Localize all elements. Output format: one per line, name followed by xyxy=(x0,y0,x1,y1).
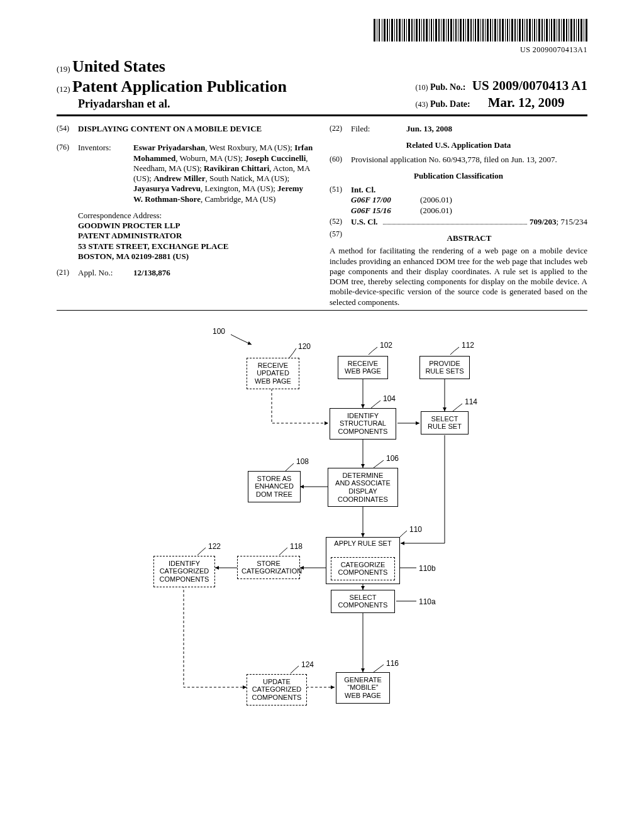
filed-date: Jun. 13, 2008 xyxy=(406,124,587,134)
box-124: UPDATECATEGORIZEDCOMPONENTS xyxy=(247,674,307,706)
svg-rect-38 xyxy=(467,19,469,42)
svg-rect-20 xyxy=(423,19,425,42)
svg-rect-49 xyxy=(494,19,496,42)
flowchart-figure: 100 RECEIVEUPDATEDWEB PAGE 120 RECEIVEWE… xyxy=(146,323,498,738)
svg-rect-4 xyxy=(384,19,386,42)
uscl-label: U.S. Cl. xyxy=(351,217,378,227)
box-110a: SELECTCOMPONENTS xyxy=(331,590,395,613)
pub-date: Mar. 12, 2009 xyxy=(488,95,565,110)
svg-rect-70 xyxy=(546,19,548,42)
svg-rect-44 xyxy=(482,19,484,42)
code-52: (52) xyxy=(330,217,351,227)
box-106: DETERMINEAND ASSOCIATEDISPLAYCOORDINATES xyxy=(328,468,398,507)
svg-rect-55 xyxy=(509,19,510,42)
svg-rect-8 xyxy=(394,19,395,42)
svg-rect-3 xyxy=(382,19,382,42)
abstract-label: ABSTRACT xyxy=(351,233,587,243)
box-108-text: STORE ASENHANCEDDOM TREE xyxy=(255,475,294,498)
ref-110b: 110b xyxy=(419,564,436,573)
svg-rect-78 xyxy=(566,19,567,42)
invention-title: DISPLAYING CONTENT ON A MOBILE DEVICE xyxy=(78,124,314,134)
rule-thin xyxy=(57,310,587,311)
box-114-text: SELECTRULE SET xyxy=(428,415,462,431)
ref-104: 104 xyxy=(383,394,396,403)
svg-rect-58 xyxy=(517,19,518,42)
svg-rect-65 xyxy=(534,19,535,42)
svg-rect-34 xyxy=(458,19,458,42)
code-60: (60) xyxy=(330,155,351,165)
svg-rect-86 xyxy=(586,19,587,42)
svg-rect-56 xyxy=(511,19,513,42)
svg-rect-42 xyxy=(477,19,479,42)
box-104: IDENTIFYSTRUCTURALCOMPONENTS xyxy=(330,408,396,440)
svg-rect-79 xyxy=(569,19,569,42)
related-data-heading: Related U.S. Application Data xyxy=(330,140,587,150)
box-114: SELECTRULE SET xyxy=(421,411,469,434)
svg-rect-57 xyxy=(514,19,516,42)
svg-rect-11 xyxy=(402,19,402,42)
ref-110a: 110a xyxy=(419,597,436,606)
country: United States xyxy=(72,57,165,75)
svg-rect-54 xyxy=(507,19,508,42)
ref-110: 110 xyxy=(409,525,422,534)
svg-rect-18 xyxy=(419,19,420,42)
pub-no: US 2009/0070413 A1 xyxy=(472,78,587,93)
svg-rect-82 xyxy=(576,19,577,42)
publication-header: (19) United States (12) Patent Applicati… xyxy=(57,57,587,111)
svg-rect-73 xyxy=(553,19,555,42)
svg-rect-24 xyxy=(433,19,434,42)
flowchart-connectors xyxy=(146,323,498,738)
ipc-code: G06F 15/16 xyxy=(351,206,420,216)
svg-rect-2 xyxy=(379,19,380,42)
barcode-block: US 20090070413A1 xyxy=(57,19,587,55)
code-57: (57) xyxy=(330,230,351,243)
svg-rect-76 xyxy=(561,19,562,42)
box-124-text: UPDATECATEGORIZEDCOMPONENTS xyxy=(252,678,302,701)
ref-108: 108 xyxy=(296,457,309,466)
svg-rect-69 xyxy=(544,19,545,42)
ref-112: 112 xyxy=(462,341,474,350)
ref-118: 118 xyxy=(290,542,303,551)
box-116-text: GENERATE“MOBILE”WEB PAGE xyxy=(344,676,382,699)
code-43: (43) xyxy=(415,100,428,109)
svg-rect-52 xyxy=(502,19,504,42)
ipc-code: G06F 17/00 xyxy=(351,195,420,205)
svg-rect-64 xyxy=(532,19,533,42)
svg-rect-30 xyxy=(448,19,449,42)
svg-rect-23 xyxy=(431,19,432,42)
ref-120: 120 xyxy=(298,342,311,351)
ref-116: 116 xyxy=(386,659,399,668)
svg-rect-41 xyxy=(475,19,476,42)
svg-rect-6 xyxy=(389,19,390,42)
barcode-text: US 20090070413A1 xyxy=(57,45,587,55)
svg-rect-32 xyxy=(453,19,454,42)
svg-rect-12 xyxy=(404,19,405,42)
box-104-text: IDENTIFYSTRUCTURALCOMPONENTS xyxy=(338,412,388,435)
box-102-text: RECEIVEWEB PAGE xyxy=(345,360,381,375)
ref-106: 106 xyxy=(386,454,399,463)
rule-thick xyxy=(57,114,587,116)
ref-124: 124 xyxy=(301,660,314,669)
svg-rect-28 xyxy=(443,19,445,42)
ipc-ver: (2006.01) xyxy=(420,206,452,216)
ref-100: 100 xyxy=(213,327,225,336)
box-116: GENERATE“MOBILE”WEB PAGE xyxy=(336,672,390,704)
corr-line-1: GOODWIN PROCTER LLP xyxy=(78,221,314,231)
code-51: (51) xyxy=(330,185,351,216)
box-120: RECEIVEUPDATEDWEB PAGE xyxy=(247,358,299,389)
svg-rect-25 xyxy=(435,19,437,42)
svg-rect-62 xyxy=(526,19,528,42)
svg-rect-10 xyxy=(399,19,401,42)
svg-rect-68 xyxy=(541,19,543,42)
code-54: (54) xyxy=(57,124,78,134)
svg-rect-31 xyxy=(450,19,452,42)
pub-no-label: Pub. No.: xyxy=(430,82,465,92)
svg-rect-26 xyxy=(438,19,440,42)
code-12: (12) xyxy=(57,84,70,94)
svg-rect-63 xyxy=(529,19,531,42)
svg-rect-50 xyxy=(497,19,498,42)
svg-rect-22 xyxy=(429,19,430,42)
box-110a-text: SELECTCOMPONENTS xyxy=(338,594,388,609)
right-column: (22) Filed: Jun. 13, 2008 Related U.S. A… xyxy=(330,124,587,307)
barcode-icon xyxy=(374,19,587,42)
